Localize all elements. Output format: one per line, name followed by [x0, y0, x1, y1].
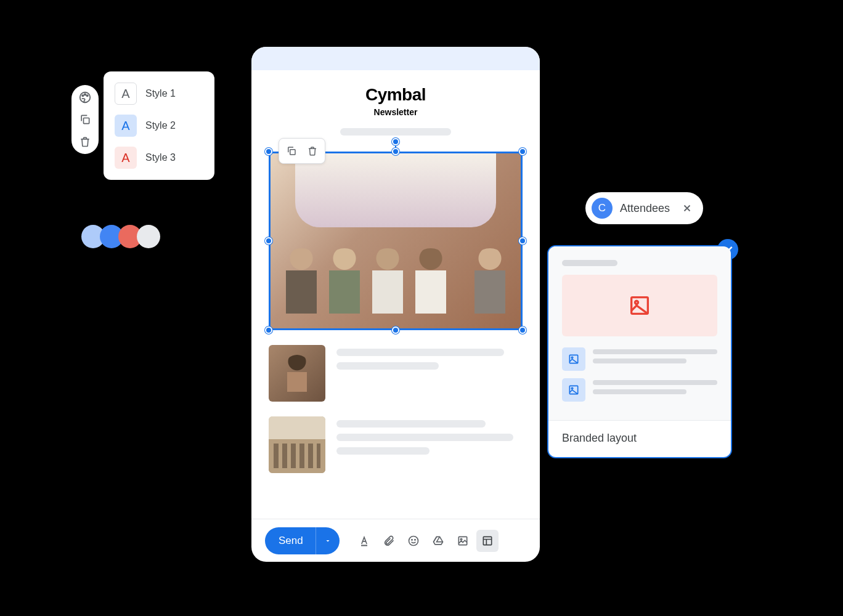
thumbnail-image[interactable]: [269, 345, 325, 402]
selection-handle-rotate[interactable]: [392, 138, 399, 145]
svg-point-10: [460, 538, 462, 540]
selected-hero-image[interactable]: [269, 152, 523, 330]
editor-titlebar: [251, 47, 540, 70]
hero-image-content: [271, 153, 521, 328]
style-swatch: A: [115, 115, 137, 137]
layout-icon[interactable]: [476, 530, 499, 552]
style-item-3[interactable]: A Style 3: [110, 142, 208, 174]
selection-handle-br[interactable]: [519, 326, 526, 334]
image-icon: [627, 293, 652, 318]
layout-thumb-placeholder: [562, 378, 585, 402]
svg-point-13: [635, 301, 638, 304]
editor-canvas[interactable]: Cymbal Newsletter: [251, 70, 540, 473]
layout-row: [562, 347, 717, 371]
svg-point-2: [84, 94, 86, 95]
style-swatch: A: [115, 83, 137, 105]
style-side-toolbar: [71, 85, 99, 154]
selection-handle-tr[interactable]: [519, 148, 526, 155]
selection-handle-bl[interactable]: [265, 326, 272, 334]
send-button-label[interactable]: Send: [265, 527, 316, 554]
style-label: Style 2: [145, 120, 176, 131]
svg-rect-11: [483, 537, 491, 545]
content-row-2[interactable]: [269, 416, 523, 473]
style-label: Style 3: [145, 152, 176, 163]
send-dropdown-icon[interactable]: [316, 527, 340, 554]
content-row-1[interactable]: [269, 345, 523, 402]
layout-thumb-placeholder: [562, 347, 585, 371]
svg-rect-5: [290, 150, 295, 155]
layout-row: [562, 378, 717, 402]
placeholder-text: [340, 128, 451, 136]
style-item-1[interactable]: A Style 1: [110, 78, 208, 110]
svg-point-17: [571, 387, 573, 389]
svg-point-6: [409, 536, 418, 545]
attachment-icon[interactable]: [378, 530, 400, 552]
trash-icon[interactable]: [78, 134, 92, 149]
svg-point-15: [571, 357, 573, 359]
trash-icon[interactable]: [304, 142, 321, 160]
thumbnail-image[interactable]: [269, 416, 325, 473]
copy-icon[interactable]: [78, 112, 92, 127]
text-format-icon[interactable]: [353, 530, 375, 552]
image-icon[interactable]: [452, 530, 474, 552]
layout-preview: [548, 246, 731, 420]
style-item-2[interactable]: A Style 2: [110, 110, 208, 142]
palette-icon[interactable]: [78, 90, 92, 105]
send-button[interactable]: Send: [265, 527, 340, 554]
email-editor: Cymbal Newsletter: [251, 47, 540, 562]
placeholder-title: [562, 260, 617, 266]
compose-toolbar: Send: [251, 519, 540, 562]
image-floating-toolbar: [279, 138, 325, 164]
style-swatch: A: [115, 147, 137, 169]
recipient-chip[interactable]: C Attendees: [585, 192, 703, 224]
brand-title: Cymbal: [269, 85, 523, 105]
svg-point-1: [82, 95, 83, 96]
image-icon: [568, 353, 580, 365]
hero-image[interactable]: [269, 152, 523, 330]
drive-icon[interactable]: [427, 530, 449, 552]
chip-avatar: C: [592, 198, 613, 219]
copy-icon[interactable]: [283, 142, 300, 160]
selection-handle-tc[interactable]: [392, 148, 399, 155]
close-icon[interactable]: [681, 202, 693, 214]
brand-subtitle: Newsletter: [269, 107, 523, 117]
style-list: A Style 1 A Style 2 A Style 3: [104, 71, 214, 180]
selection-handle-ml[interactable]: [265, 237, 272, 245]
selection-handle-mr[interactable]: [519, 237, 526, 245]
image-icon: [568, 384, 580, 396]
placeholder-paragraph: [336, 416, 523, 473]
layout-hero-placeholder: [562, 275, 717, 336]
selection-handle-bc[interactable]: [392, 326, 399, 334]
svg-point-3: [86, 95, 88, 96]
placeholder-paragraph: [336, 345, 523, 402]
color-swatch-grey[interactable]: [137, 225, 160, 248]
layout-card-label: Branded layout: [548, 420, 731, 457]
layout-template-card[interactable]: Branded layout: [547, 245, 732, 458]
color-palette: [81, 225, 160, 248]
chip-label: Attendees: [620, 202, 670, 215]
style-label: Style 1: [145, 88, 176, 99]
emoji-icon[interactable]: [402, 530, 425, 552]
svg-point-8: [415, 539, 415, 540]
svg-rect-4: [84, 118, 89, 124]
selection-handle-tl[interactable]: [265, 148, 272, 155]
svg-point-7: [412, 539, 412, 540]
